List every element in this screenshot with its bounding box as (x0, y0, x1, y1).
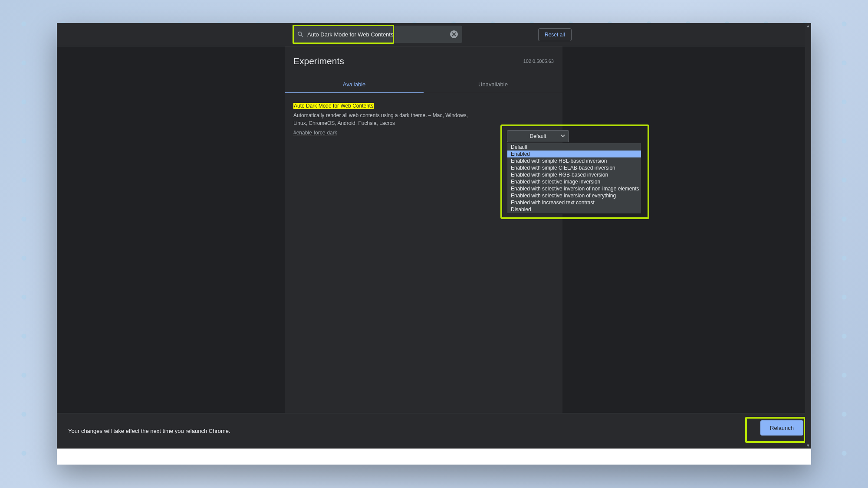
search-icon (297, 31, 304, 38)
reset-all-button[interactable]: Reset all (538, 28, 572, 41)
tabs: Available Unavailable (285, 76, 562, 93)
flag-title: Auto Dark Mode for Web Contents (293, 103, 374, 109)
scroll-down-icon[interactable]: ▼ (805, 442, 811, 449)
flag-anchor-link[interactable]: #enable-force-dark (293, 129, 337, 137)
flags-app: Reset all Experiments 102.0.5005.63 Avai… (57, 23, 811, 449)
flag-option[interactable]: Disabled (507, 206, 641, 213)
flag-option[interactable]: Enabled with selective inversion of non-… (507, 185, 641, 192)
clear-search-button[interactable] (450, 30, 458, 38)
version-label: 102.0.5005.63 (523, 59, 554, 64)
tab-unavailable[interactable]: Unavailable (424, 76, 562, 93)
flag-option[interactable]: Enabled with simple RGB-based inversion (507, 171, 641, 178)
search-field-wrap[interactable] (293, 26, 462, 43)
svg-point-0 (298, 32, 302, 36)
flag-option[interactable]: Enabled (507, 151, 641, 157)
relaunch-button[interactable]: Relaunch (760, 420, 803, 436)
browser-window: Reset all Experiments 102.0.5005.63 Avai… (57, 23, 811, 465)
flag-select-value: Default (529, 133, 546, 139)
svg-line-1 (301, 35, 303, 37)
chevron-down-icon (561, 133, 565, 139)
search-input[interactable] (307, 31, 450, 38)
tab-available[interactable]: Available (285, 76, 424, 93)
bottom-bar: Your changes will take effect the next t… (57, 413, 811, 449)
window-footer-blank (57, 449, 811, 465)
flag-option[interactable]: Enabled with selective inversion of ever… (507, 192, 641, 199)
relaunch-wrap: Relaunch (760, 420, 803, 436)
relaunch-message: Your changes will take effect the next t… (68, 428, 230, 434)
top-bar: Reset all (57, 23, 811, 46)
flag-select[interactable]: Default (507, 130, 569, 142)
flag-options-list[interactable]: DefaultEnabledEnabled with simple HSL-ba… (507, 143, 641, 214)
flag-option[interactable]: Enabled with increased text contrast (507, 199, 641, 206)
flag-option[interactable]: Enabled with simple HSL-based inversion (507, 157, 641, 164)
flag-option[interactable]: Default (507, 144, 641, 151)
page-title: Experiments (285, 46, 562, 66)
scroll-up-icon[interactable]: ▲ (805, 23, 811, 29)
flag-option[interactable]: Enabled with selective image inversion (507, 178, 641, 185)
flag-option[interactable]: Enabled with simple CIELAB-based inversi… (507, 164, 641, 171)
vertical-scrollbar[interactable]: ▲ ▼ (805, 23, 811, 449)
flag-description: Automatically render all web contents us… (293, 111, 480, 127)
content-column: Experiments 102.0.5005.63 Available Unav… (285, 46, 562, 449)
